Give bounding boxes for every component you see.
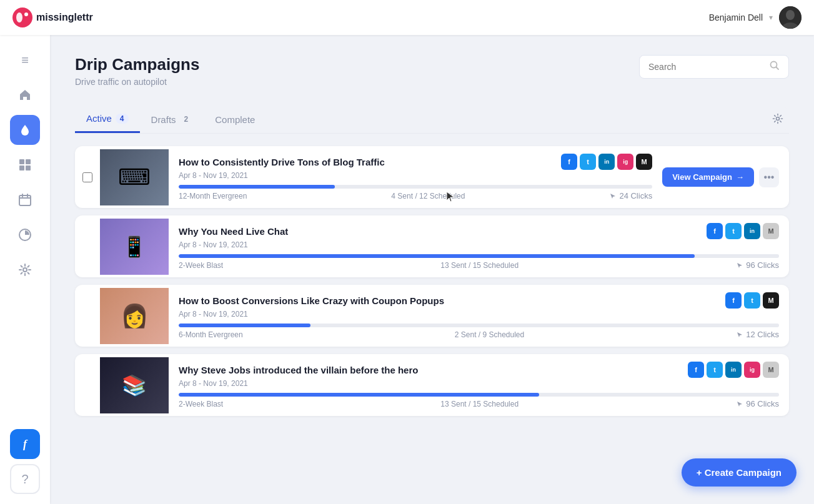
tab-drafts[interactable]: Drafts 2 bbox=[140, 107, 204, 133]
social-twitter[interactable]: t bbox=[744, 292, 760, 309]
sidebar-item-settings[interactable] bbox=[10, 255, 40, 285]
gear-icon bbox=[772, 113, 783, 124]
campaign-header-row: Why You Need Live Chat f t in M bbox=[179, 223, 779, 239]
cursor-icon bbox=[736, 331, 743, 338]
sidebar-item-drops[interactable] bbox=[10, 115, 40, 145]
campaign-card[interactable]: 👩 How to Boost Conversions Like Crazy wi… bbox=[75, 285, 789, 347]
social-linkedin[interactable]: in bbox=[725, 362, 742, 378]
progress-bar-fill bbox=[179, 254, 695, 258]
sidebar-item-campaigns[interactable] bbox=[10, 150, 40, 180]
topbar-right: Benjamin Dell ▾ bbox=[709, 6, 802, 29]
campaign-date: Apr 8 - Nov 19, 2021 bbox=[179, 310, 779, 319]
campaigns-icon bbox=[18, 158, 32, 172]
user-name[interactable]: Benjamin Dell bbox=[709, 12, 763, 22]
create-campaign-button[interactable]: + Create Campaign bbox=[682, 458, 797, 487]
campaign-card[interactable]: ⌨ How to Consistently Drive Tons of Blog… bbox=[75, 146, 789, 208]
social-instagram[interactable]: ig bbox=[617, 154, 633, 170]
main-content: Drip Campaigns Drive traffic on autopilo… bbox=[50, 35, 814, 504]
social-facebook[interactable]: f bbox=[561, 154, 577, 170]
clicks-count: 96 Clicks bbox=[746, 399, 779, 408]
progress-bar-fill bbox=[179, 393, 539, 397]
campaign-checkbox-area[interactable] bbox=[75, 172, 100, 182]
chevron-down-icon[interactable]: ▾ bbox=[769, 13, 773, 22]
campaign-header-row: How to Consistently Drive Tons of Blog T… bbox=[179, 154, 652, 170]
social-twitter[interactable]: t bbox=[707, 362, 723, 378]
social-facebook[interactable]: f bbox=[688, 362, 704, 378]
analytics-icon bbox=[18, 228, 32, 242]
sidebar-item-calendar[interactable] bbox=[10, 185, 40, 215]
campaign-thumbnail: 📱 bbox=[100, 219, 169, 275]
campaign-thumbnail: 📚 bbox=[100, 357, 169, 413]
campaign-meta: 2-Week Blast 13 Sent / 15 Scheduled 96 C… bbox=[179, 260, 779, 270]
sidebar-item-help[interactable]: ? bbox=[10, 464, 40, 494]
tab-complete[interactable]: Complete bbox=[204, 107, 266, 133]
sidebar-item-menu[interactable]: ≡ bbox=[10, 45, 40, 75]
social-icons: f t in ig M bbox=[561, 154, 652, 170]
campaign-meta: 6-Month Evergreen 2 Sent / 9 Scheduled 1… bbox=[179, 330, 779, 339]
clicks-badge: 12 Clicks bbox=[736, 330, 779, 339]
campaign-date: Apr 8 - Nov 19, 2021 bbox=[179, 240, 779, 249]
social-instagram[interactable]: ig bbox=[744, 362, 760, 378]
social-twitter[interactable]: t bbox=[725, 223, 742, 239]
tab-active[interactable]: Active 4 bbox=[75, 107, 140, 133]
social-facebook[interactable]: f bbox=[725, 292, 742, 309]
social-linkedin[interactable]: in bbox=[598, 154, 615, 170]
campaign-sent-scheduled: 13 Sent / 15 Scheduled bbox=[440, 261, 519, 270]
facebook-icon: f bbox=[23, 438, 27, 451]
svg-rect-7 bbox=[26, 159, 31, 164]
social-medium[interactable]: M bbox=[636, 154, 652, 170]
campaign-date: Apr 8 - Nov 19, 2021 bbox=[179, 379, 779, 388]
calendar-icon bbox=[18, 193, 32, 207]
search-box[interactable] bbox=[639, 55, 789, 79]
arrow-icon: → bbox=[736, 172, 744, 182]
campaign-type: 12-Month Evergreen bbox=[179, 192, 247, 200]
tab-complete-label: Complete bbox=[215, 114, 255, 125]
social-medium[interactable]: M bbox=[763, 292, 779, 309]
campaign-header-row: How to Boost Conversions Like Crazy with… bbox=[179, 292, 779, 309]
ellipsis-icon: ••• bbox=[764, 172, 775, 183]
social-medium[interactable]: M bbox=[763, 223, 779, 239]
sidebar: ≡ bbox=[0, 35, 50, 504]
svg-rect-6 bbox=[19, 159, 24, 164]
tabs-settings-btn[interactable] bbox=[767, 107, 789, 130]
sidebar-item-analytics[interactable] bbox=[10, 220, 40, 250]
campaign-meta: 2-Week Blast 13 Sent / 15 Scheduled 96 C… bbox=[179, 399, 779, 408]
progress-bar-bg bbox=[179, 324, 779, 327]
svg-rect-10 bbox=[19, 195, 31, 205]
progress-bar-bg bbox=[179, 254, 779, 258]
avatar[interactable] bbox=[779, 6, 802, 29]
page-header: Drip Campaigns Drive traffic on autopilo… bbox=[75, 55, 789, 87]
social-medium[interactable]: M bbox=[763, 362, 779, 378]
logo[interactable]: missinglettr bbox=[12, 7, 93, 27]
social-twitter[interactable]: t bbox=[580, 154, 596, 170]
sidebar-item-home[interactable] bbox=[10, 80, 40, 110]
page-subtitle: Drive traffic on autopilot bbox=[75, 77, 199, 87]
social-icons: f t M bbox=[725, 292, 779, 309]
clicks-count: 96 Clicks bbox=[746, 260, 779, 270]
campaign-card[interactable]: 📱 Why You Need Live Chat f t in M Apr 8 … bbox=[75, 215, 789, 277]
social-facebook[interactable]: f bbox=[707, 223, 723, 239]
campaign-title: How to Boost Conversions Like Crazy with… bbox=[179, 295, 444, 306]
search-input[interactable] bbox=[648, 62, 765, 72]
campaign-checkbox[interactable] bbox=[82, 172, 92, 182]
svg-rect-8 bbox=[19, 166, 24, 170]
campaign-thumbnail: 👩 bbox=[100, 288, 169, 344]
campaign-title: Why Steve Jobs introduced the villain be… bbox=[179, 365, 418, 375]
svg-point-1 bbox=[16, 12, 22, 22]
page-title: Drip Campaigns bbox=[75, 55, 199, 74]
progress-bar-fill bbox=[179, 324, 310, 327]
social-icons: f t in M bbox=[707, 223, 779, 239]
social-linkedin[interactable]: in bbox=[744, 223, 760, 239]
more-options-button[interactable]: ••• bbox=[759, 167, 779, 187]
clicks-count: 12 Clicks bbox=[746, 330, 779, 339]
campaign-card[interactable]: 📚 Why Steve Jobs introduced the villain … bbox=[75, 354, 789, 416]
sidebar-bottom: f ? bbox=[10, 429, 40, 494]
campaign-type: 2-Week Blast bbox=[179, 261, 223, 270]
clicks-badge: 96 Clicks bbox=[736, 260, 779, 270]
search-icon bbox=[770, 61, 780, 73]
sidebar-item-facebook[interactable]: f bbox=[10, 429, 40, 459]
view-campaign-button[interactable]: View Campaign → bbox=[662, 167, 754, 187]
svg-point-14 bbox=[777, 117, 780, 121]
campaign-date: Apr 8 - Nov 19, 2021 bbox=[179, 171, 652, 180]
cursor-icon bbox=[736, 262, 743, 269]
